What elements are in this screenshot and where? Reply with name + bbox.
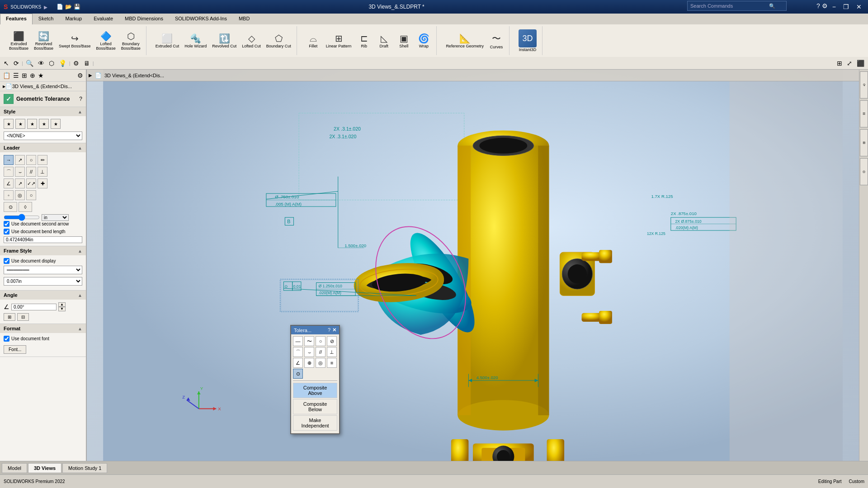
leader-sym2-btn[interactable]: ◊ [19,202,32,212]
angle-input[interactable] [11,304,57,310]
tab-mbd[interactable]: MBD [233,14,255,24]
tol-icon-circularity[interactable]: ○ [316,336,326,346]
angle-flip-v-btn[interactable]: ⊟ [17,313,29,321]
help-icon[interactable]: ? [816,2,820,11]
leader-arrow-btn[interactable]: ↗ [15,178,25,188]
swept-boss-button[interactable]: ↪ Swept Boss/Base [57,32,93,49]
use-doc-second-arrow-checkbox[interactable] [4,221,9,227]
view-icon[interactable]: 👁 [36,59,46,68]
close-button[interactable]: ✕ [854,2,864,11]
style-section-header[interactable]: Style ▲ [0,107,86,116]
split-icon[interactable]: ⬛ [855,59,866,68]
fillet-button[interactable]: ⌓ Fillet [304,33,322,49]
save-icon[interactable]: 💾 [74,4,80,10]
frame-style-section-header[interactable]: Frame Style ▲ [0,246,86,255]
format-section-header[interactable]: Format ▲ [0,324,86,333]
tab-model[interactable]: Model [2,463,27,473]
tree-item-label[interactable]: 3D Views_& (Extend<Dis... [12,84,72,89]
shell-button[interactable]: ▣ Shell [395,32,413,49]
use-doc-bend-length-checkbox[interactable] [4,229,9,235]
leader-pen-btn[interactable]: ✏ [38,155,47,165]
panel-icon5[interactable]: ★ [37,71,45,80]
tab-markup[interactable]: Markup [60,14,88,24]
boundary-boss-button[interactable]: ⬡ BoundaryBoss/Base [119,30,142,52]
zoom-icon[interactable]: 🔍 [24,59,35,68]
leader-check-btn[interactable]: ✓↗ [26,178,36,188]
minimize-button[interactable]: − [830,2,839,11]
right-panel-tab4[interactable]: ◎ [860,158,868,185]
hole-wizard-button[interactable]: 🔩 Hole Wizard [183,32,208,49]
leader-angle-btn[interactable]: ∠ [4,178,14,188]
instant3d-button[interactable]: 3D Instant3D [517,28,538,53]
restore-button[interactable]: ❐ [840,2,852,11]
leader-size-slider[interactable] [4,214,40,221]
tab-evaluate[interactable]: Evaluate [88,14,119,24]
right-panel-tab1[interactable]: ⟳ [860,71,868,99]
right-panel-tab3[interactable]: ⊞ [860,129,868,156]
tolerance-close-button[interactable]: ✕ [332,327,336,333]
tol-icon-position[interactable]: ⊕ [304,358,314,368]
leader-circ1-btn[interactable]: ◦ [4,190,14,200]
leader-circ3-btn[interactable]: ○ [26,190,36,200]
tol-icon-cylindricity[interactable]: ⊘ [327,336,337,346]
select-icon[interactable]: ↖ [2,59,11,68]
tol-icon-symmetry[interactable]: ≡ [327,358,337,368]
layout-icon[interactable]: ⊞ [835,59,844,68]
angle-flip-h-btn[interactable]: ⊞ [4,313,15,321]
style-select[interactable]: <NONE> [4,131,82,140]
panel-icon2[interactable]: ☰ [12,71,20,80]
linear-pattern-button[interactable]: ⊞ Linear Pattern [324,32,354,49]
angle-up-btn[interactable]: ▲ [58,302,66,307]
angle-down-btn[interactable]: ▼ [58,307,66,311]
style-delete-btn[interactable]: ★ [27,119,37,129]
render-icon[interactable]: 💡 [57,59,68,68]
leader-circle-btn[interactable]: ○ [26,155,36,165]
tab-sketch[interactable]: Sketch [33,14,60,24]
right-panel-tab2[interactable]: ☰ [860,100,868,127]
curves-button[interactable]: 〜 Curves [487,32,505,50]
revolved-cut-button[interactable]: 🔃 Revolved Cut [210,32,238,49]
leader-arc1-btn[interactable]: ⌒ [4,167,14,177]
tol-icon-parallel[interactable]: // [316,347,326,357]
rotate-icon[interactable]: ⟳ [12,59,21,68]
leader-cross-btn[interactable]: ✚ [38,178,47,188]
rib-button[interactable]: ⊏ Rib [355,32,373,49]
panel-icon1[interactable]: 📋 [2,71,11,80]
panel-icon4[interactable]: ⊕ [29,71,36,80]
ok-button[interactable]: ✓ [4,94,14,104]
tab-mbd-dimensions[interactable]: MBD Dimensions [119,14,169,24]
lofted-cut-button[interactable]: ◇ Lofted Cut [240,32,263,49]
leader-perp-btn[interactable]: ⊥ [38,167,47,177]
style-load-btn[interactable]: ★ [51,119,61,129]
settings-tb-icon[interactable]: ⚙ [71,59,81,68]
style-add-btn[interactable]: ★ [4,119,14,129]
tab-motion-study[interactable]: Motion Study 1 [62,463,107,473]
leader-open-btn[interactable]: ↗ [15,155,25,165]
wrap-button[interactable]: 🌀 Wrap [415,32,433,49]
tol-icon-true-position[interactable]: ⊙ [293,369,303,379]
expand-icon[interactable]: ⤢ [845,59,854,68]
style-save-btn[interactable]: ★ [39,119,49,129]
frame-style-select[interactable]: ═══════ [4,266,82,274]
tolerance-help-button[interactable]: ? [328,327,330,333]
ref-geometry-button[interactable]: 📐 Reference Geometry [444,32,486,49]
tab-3d-views[interactable]: 3D Views [28,463,61,473]
tol-icon-perpendicular[interactable]: ⊥ [327,347,337,357]
panel-icon3[interactable]: ⊞ [21,71,28,80]
display-icon[interactable]: ⬡ [47,59,56,68]
tab-features[interactable]: Features [0,14,33,24]
extruded-cut-button[interactable]: ⬜ Extruded Cut [154,32,181,49]
extruded-boss-button[interactable]: ⬛ ExtrudedBoss/Base [7,30,30,52]
frame-line-select[interactable]: 0.007in [4,277,82,286]
tol-icon-arc2[interactable]: ⌣ [304,347,314,357]
use-doc-font-checkbox[interactable] [4,336,9,342]
leader-arc2-btn[interactable]: ⌣ [15,167,25,177]
leader-solid-btn[interactable]: → [4,155,14,165]
new-icon[interactable]: 📄 [57,4,63,10]
monitor-icon[interactable]: 🖥 [82,59,92,68]
leader-circ2-btn[interactable]: ◎ [15,190,25,200]
style-apply-btn[interactable]: ★ [15,119,25,129]
leader-section-header[interactable]: Leader ▲ [0,143,86,152]
tol-icon-arc1[interactable]: ⌒ [293,347,303,357]
tol-icon-straightness[interactable]: — [293,336,303,346]
